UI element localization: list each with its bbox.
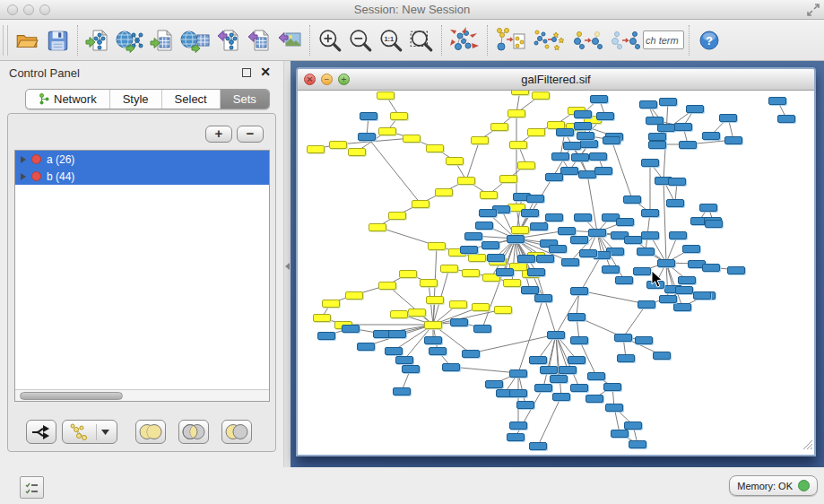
graph-node-yellow[interactable] — [378, 282, 396, 290]
graph-node-blue[interactable] — [727, 266, 745, 274]
graph-node-blue[interactable] — [358, 133, 376, 141]
tab-network[interactable]: Network — [26, 90, 110, 109]
graph-node-blue[interactable] — [568, 356, 585, 364]
graph-node-blue[interactable] — [424, 336, 442, 344]
graph-node-blue[interactable] — [633, 267, 651, 275]
zoom-out-button[interactable] — [345, 24, 376, 56]
graph-node-yellow[interactable] — [388, 212, 406, 220]
open-session-button[interactable] — [12, 24, 42, 56]
graph-node-blue[interactable] — [521, 209, 539, 217]
zoom-fit-button[interactable]: 1:1 — [376, 24, 406, 56]
graph-node-blue[interactable] — [526, 195, 544, 203]
sets-list-hscrollbar[interactable] — [15, 389, 269, 401]
graph-node-blue[interactable] — [673, 303, 691, 311]
graph-node-yellow[interactable] — [509, 141, 527, 149]
graph-node-blue[interactable] — [629, 440, 646, 448]
graph-node-blue[interactable] — [623, 196, 641, 204]
graph-node-blue[interactable] — [624, 421, 642, 430]
graph-node-blue[interactable] — [637, 248, 655, 256]
graph-node-yellow[interactable] — [507, 109, 525, 117]
graph-node-yellow[interactable] — [348, 148, 366, 156]
graph-node-yellow[interactable] — [468, 254, 486, 262]
import-network-url-button[interactable] — [113, 24, 147, 56]
task-history-button[interactable] — [20, 476, 44, 499]
show-all-button[interactable] — [605, 24, 643, 56]
graph-node-yellow[interactable] — [412, 200, 429, 208]
graph-node-blue[interactable] — [574, 110, 592, 118]
graph-node-yellow[interactable] — [390, 310, 408, 318]
graph-node-blue[interactable] — [464, 232, 482, 240]
graph-node-blue[interactable] — [611, 430, 629, 438]
graph-node-blue[interactable] — [615, 276, 633, 284]
difference-sets-button[interactable] — [221, 420, 252, 444]
intersect-sets-button[interactable] — [178, 420, 209, 444]
graph-node-blue[interactable] — [395, 356, 413, 364]
graph-node-blue[interactable] — [571, 153, 589, 161]
graph-node-blue[interactable] — [462, 350, 480, 358]
graph-node-yellow[interactable] — [480, 191, 498, 199]
graph-node-blue[interactable] — [479, 209, 497, 217]
add-set-button[interactable]: + — [205, 126, 232, 143]
graph-node-yellow[interactable] — [527, 128, 545, 136]
tab-style[interactable]: Style — [110, 90, 162, 109]
graph-node-blue[interactable] — [577, 132, 594, 140]
graph-node-blue[interactable] — [635, 336, 653, 344]
graph-node-yellow[interactable] — [532, 91, 550, 100]
graph-node-blue[interactable] — [549, 245, 567, 253]
create-set-from-network-button[interactable] — [62, 420, 117, 444]
graph-node-yellow[interactable] — [517, 161, 535, 169]
graph-node-blue[interactable] — [702, 264, 720, 272]
graph-node-blue[interactable] — [678, 276, 696, 284]
graph-node-blue[interactable] — [616, 218, 634, 226]
splitter-collapse-arrow[interactable] — [285, 263, 290, 270]
graph-node-blue[interactable] — [534, 384, 552, 392]
remove-set-button[interactable]: − — [237, 126, 264, 143]
graph-node-blue[interactable] — [603, 136, 620, 144]
graph-node-blue[interactable] — [360, 112, 377, 120]
graph-node-yellow[interactable] — [307, 145, 325, 153]
graph-node-blue[interactable] — [530, 222, 548, 230]
graph-node-yellow[interactable] — [503, 279, 521, 287]
set-row[interactable]: a (26) — [15, 151, 269, 168]
graph-node-blue[interactable] — [563, 142, 581, 150]
save-session-button[interactable] — [42, 24, 73, 56]
graph-node-blue[interactable] — [768, 97, 786, 105]
graph-node-blue[interactable] — [657, 124, 675, 132]
graph-node-blue[interactable] — [507, 433, 525, 441]
graph-node-blue[interactable] — [540, 366, 558, 374]
graph-node-blue[interactable] — [585, 395, 603, 403]
graph-node-blue[interactable] — [669, 231, 687, 239]
network-graph-canvas[interactable] — [300, 91, 813, 453]
graph-node-blue[interactable] — [516, 401, 534, 409]
graph-node-blue[interactable] — [388, 330, 406, 338]
fullscreen-icon[interactable] — [806, 3, 820, 21]
graph-node-blue[interactable] — [547, 331, 565, 339]
graph-node-yellow[interactable] — [428, 242, 446, 250]
graph-node-blue[interactable] — [481, 241, 499, 249]
graph-node-yellow[interactable] — [494, 306, 512, 314]
graph-node-blue[interactable] — [638, 300, 655, 308]
graph-node-yellow[interactable] — [378, 127, 396, 135]
tab-select[interactable]: Select — [162, 90, 221, 109]
union-sets-button[interactable] — [135, 420, 166, 444]
graph-node-blue[interactable] — [475, 222, 493, 230]
graph-node-yellow[interactable] — [472, 303, 490, 311]
graph-node-blue[interactable] — [527, 268, 545, 276]
graph-node-blue[interactable] — [342, 325, 360, 333]
graph-node-blue[interactable] — [556, 128, 574, 136]
graph-node-blue[interactable] — [617, 354, 635, 362]
import-network-file-button[interactable] — [82, 24, 113, 56]
graph-node-blue[interactable] — [605, 404, 623, 412]
memory-status-button[interactable]: Memory: OK — [729, 475, 818, 496]
import-table-url-button[interactable] — [178, 24, 213, 56]
graph-node-blue[interactable] — [614, 334, 632, 342]
graph-node-blue[interactable] — [429, 347, 447, 355]
graph-node-blue[interactable] — [777, 115, 795, 123]
graph-node-blue[interactable] — [517, 255, 535, 263]
hscrollbar-thumb[interactable] — [20, 392, 123, 400]
graph-node-blue[interactable] — [570, 384, 588, 392]
graph-node-blue[interactable] — [570, 236, 588, 244]
graph-node-yellow[interactable] — [440, 265, 458, 273]
graph-node-blue[interactable] — [675, 286, 693, 294]
graph-node-yellow[interactable] — [377, 91, 395, 100]
